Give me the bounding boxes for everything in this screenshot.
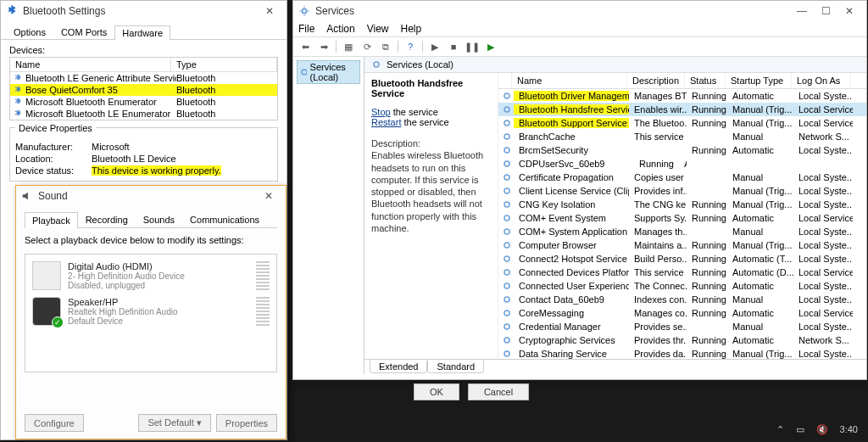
col-logon-as[interactable]: Log On As <box>792 73 851 88</box>
chevron-up-icon[interactable]: ⌃ <box>776 424 784 435</box>
set-default-button[interactable]: Set Default ▾ <box>138 414 210 432</box>
export-icon[interactable]: ⧉ <box>377 39 394 54</box>
col-name[interactable]: Name <box>512 73 627 88</box>
maximize-icon[interactable]: ☐ <box>814 3 837 20</box>
service-row[interactable]: Cryptographic ServicesProvides thr...Run… <box>498 333 866 347</box>
cancel-button[interactable]: Cancel <box>468 383 529 400</box>
sound-tabs: Playback Recording Sounds Communications <box>25 211 277 228</box>
col-status[interactable]: Status <box>685 73 726 88</box>
tab-playback[interactable]: Playback <box>25 212 78 228</box>
tab-com-ports[interactable]: COM Ports <box>53 25 114 39</box>
forward-icon[interactable]: ➡ <box>315 39 332 54</box>
tab-communications[interactable]: Communications <box>182 211 267 227</box>
bluetooth-icon <box>14 86 22 94</box>
manufacturer-label: Manufacturer: <box>15 142 92 152</box>
device-row[interactable]: Microsoft Bluetooth LE EnumeratorBluetoo… <box>10 108 277 120</box>
service-row[interactable]: CNG Key IsolationThe CNG ke...RunningMan… <box>498 198 866 211</box>
col-name[interactable]: Name <box>10 58 171 71</box>
gear-icon <box>502 308 512 318</box>
col-description[interactable]: Description <box>627 73 685 88</box>
playback-device-list[interactable]: Digital Audio (HDMI)2- High Definition A… <box>25 254 277 372</box>
restart-icon[interactable]: ▶ <box>482 39 499 54</box>
service-row[interactable]: COM+ Event SystemSupports Sy...RunningAu… <box>498 211 866 225</box>
service-row[interactable]: Certificate PropagationCopies user ...Ma… <box>498 171 866 184</box>
tab-hardware[interactable]: Hardware <box>114 25 170 40</box>
service-row[interactable]: Data Sharing ServiceProvides da...Runnin… <box>498 347 866 359</box>
service-row[interactable]: Credential ManagerProvides se...ManualLo… <box>498 320 866 333</box>
menu-help[interactable]: Help <box>401 23 422 35</box>
back-icon[interactable]: ⬅ <box>297 39 314 54</box>
svc-toolbar: ⬅ ➡ ▦ ⟳ ⧉ ? ▶ ■ ❚❚ ▶ <box>293 36 866 57</box>
battery-icon[interactable]: ▭ <box>796 424 804 435</box>
bt-title: Bluetooth Settings <box>23 5 105 17</box>
tab-extended[interactable]: Extended <box>370 361 427 373</box>
sound-titlebar[interactable]: Sound ✕ <box>16 186 286 206</box>
configure-button[interactable]: Configure <box>25 414 84 432</box>
service-row[interactable]: Bluetooth Support ServiceThe Bluetoo...R… <box>498 116 866 130</box>
svg-point-10 <box>504 188 509 193</box>
volume-icon[interactable]: 🔇 <box>816 424 828 435</box>
service-row[interactable]: Bluetooth Handsfree ServiceEnables wir..… <box>498 103 866 116</box>
gear-icon <box>502 335 512 345</box>
svc-tree[interactable]: Services (Local) <box>293 57 364 374</box>
service-row[interactable]: CoreMessagingManages co...RunningAutomat… <box>498 306 866 320</box>
service-row[interactable]: BrcmSetSecurityRunningAutomaticLocal Sys… <box>498 143 866 157</box>
tab-sounds[interactable]: Sounds <box>136 211 182 227</box>
bt-titlebar[interactable]: Bluetooth Settings ✕ <box>1 1 287 21</box>
link-stop[interactable]: Stop <box>371 107 391 117</box>
gear-icon <box>502 159 512 169</box>
service-row[interactable]: Connected Devices Platfor...This service… <box>498 266 866 279</box>
device-row[interactable]: Microsoft Bluetooth EnumeratorBluetooth <box>10 96 277 108</box>
properties-button[interactable]: Properties <box>216 414 277 432</box>
desc-label: Description: <box>371 137 491 149</box>
gear-icon <box>502 172 512 182</box>
device-row[interactable]: Bluetooth LE Generic Attribute ServiceBl… <box>10 72 277 84</box>
svc-grid[interactable]: Name Description Status Startup Type Log… <box>498 73 866 359</box>
col-startup-type[interactable]: Startup Type <box>726 73 792 88</box>
service-row[interactable]: CDPUserSvc_60eb9RunningAutomaticLocal Sy… <box>498 157 866 171</box>
svc-title: Services <box>315 5 354 17</box>
gear-icon <box>502 213 512 223</box>
service-row[interactable]: Bluetooth Driver Managem...Manages BT...… <box>498 89 866 103</box>
bt-tabs: Options COM Ports Hardware <box>1 21 287 40</box>
service-row[interactable]: COM+ System ApplicationManages th...Manu… <box>498 225 866 238</box>
device-row[interactable]: Bose QuietComfort 35Bluetooth <box>10 84 277 96</box>
svc-titlebar[interactable]: Services — ☐ ✕ <box>293 1 866 21</box>
ok-button[interactable]: OK <box>414 383 459 400</box>
stop-icon[interactable]: ■ <box>445 39 462 54</box>
properties-icon[interactable]: ▦ <box>340 39 357 54</box>
play-icon[interactable]: ▶ <box>426 39 443 54</box>
menu-view[interactable]: View <box>367 23 389 35</box>
device-status-label: Device status: <box>15 165 92 176</box>
svg-point-17 <box>504 283 509 288</box>
menu-action[interactable]: Action <box>326 23 354 35</box>
clock[interactable]: 3:40 <box>840 424 858 434</box>
tab-recording[interactable]: Recording <box>78 211 136 227</box>
tab-options[interactable]: Options <box>6 25 53 39</box>
svg-point-11 <box>504 202 509 207</box>
playback-device-item[interactable]: ✓Speaker/HPRealtek High Definition Audio… <box>29 294 273 329</box>
refresh-icon[interactable]: ⟳ <box>359 39 376 54</box>
service-row[interactable]: Connect2 Hotspot ServiceBuild Perso...Ru… <box>498 252 866 266</box>
service-row[interactable]: Computer BrowserMaintains a...RunningMan… <box>498 238 866 252</box>
menu-file[interactable]: File <box>298 23 314 35</box>
service-row[interactable]: BranchCacheThis service ...ManualNetwork… <box>498 130 866 143</box>
playback-device-item[interactable]: Digital Audio (HDMI)2- High Definition A… <box>29 258 273 294</box>
tree-node-services-local[interactable]: Services (Local) <box>297 60 360 84</box>
service-row[interactable]: Contact Data_60eb9Indexes con...RunningM… <box>498 293 866 306</box>
svg-point-4 <box>504 107 509 112</box>
tab-standard[interactable]: Standard <box>427 361 484 373</box>
pause-icon[interactable]: ❚❚ <box>464 39 481 54</box>
help-icon[interactable]: ? <box>402 39 419 54</box>
close-icon[interactable]: ✕ <box>258 3 281 20</box>
close-icon[interactable]: ✕ <box>257 187 281 204</box>
link-restart[interactable]: Restart <box>371 117 401 127</box>
bluetooth-icon <box>14 98 22 106</box>
service-row[interactable]: Client License Service (ClipS...Provides… <box>498 184 866 198</box>
gear-icon <box>502 131 512 142</box>
close-icon[interactable]: ✕ <box>837 3 861 20</box>
minimize-icon[interactable]: — <box>790 3 814 20</box>
service-row[interactable]: Connected User Experience...The Connec..… <box>498 279 866 293</box>
svc-pane-title: Services (Local) <box>364 57 866 73</box>
col-type[interactable]: Type <box>171 58 277 71</box>
